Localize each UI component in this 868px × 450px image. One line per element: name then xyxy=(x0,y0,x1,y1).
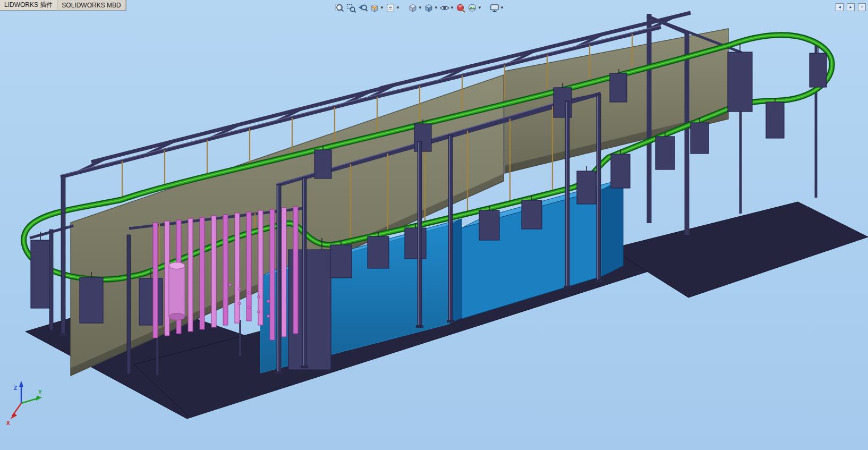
x-axis-label: X xyxy=(6,420,10,426)
dropdown-arrow-icon[interactable]: ▼ xyxy=(500,2,504,14)
hide-show-items-button[interactable]: ▼ xyxy=(439,2,455,14)
y-axis xyxy=(21,398,37,403)
z-arrowhead xyxy=(19,381,23,387)
view-orientation-button[interactable]: ▼ xyxy=(407,2,423,14)
reference-triad: Z Y X xyxy=(5,378,47,426)
annotation-views-button[interactable]: ▼ xyxy=(385,2,401,14)
apply-scene-icon xyxy=(467,3,478,13)
zoom-to-area-icon xyxy=(346,3,356,13)
tab-solidworks-mbd[interactable]: SOLIDWORKS MBD xyxy=(57,0,125,10)
x-axis xyxy=(12,403,21,416)
hide-show-items-icon xyxy=(439,3,450,13)
dropdown-arrow-icon[interactable]: ▼ xyxy=(434,2,438,14)
previous-view-button[interactable] xyxy=(357,2,369,14)
view-settings-button[interactable]: ▼ xyxy=(489,2,505,14)
zoom-to-fit-button[interactable] xyxy=(334,2,345,14)
display-style-icon xyxy=(423,3,434,13)
section-view-button[interactable]: ▼ xyxy=(369,2,385,14)
tab-label: LIDWORKS 插件 xyxy=(4,1,53,10)
dropdown-arrow-icon[interactable]: ▼ xyxy=(380,2,384,14)
tab-solidworks-addins[interactable]: LIDWORKS 插件 xyxy=(0,0,57,10)
z-axis-label: Z xyxy=(14,385,17,391)
pane-controls: ◂ ▸ ▫ xyxy=(836,3,866,11)
section-view-icon xyxy=(369,3,380,13)
annotation-views-icon xyxy=(385,3,396,13)
previous-view-icon xyxy=(358,3,368,13)
y-axis-label: Y xyxy=(38,389,42,395)
collapse-right-button[interactable]: ▸ xyxy=(847,3,855,11)
viewport-3d-scene[interactable] xyxy=(0,0,868,450)
zoom-to-fit-icon xyxy=(334,3,345,13)
collapse-left-button[interactable]: ◂ xyxy=(836,3,844,11)
pink-barrel xyxy=(169,262,185,320)
dropdown-arrow-icon[interactable]: ▼ xyxy=(450,2,454,14)
pane-toggle-button[interactable]: ▫ xyxy=(858,3,866,11)
edit-appearance-button[interactable] xyxy=(455,2,466,14)
zoom-to-area-button[interactable] xyxy=(345,2,357,14)
dropdown-arrow-icon[interactable]: ▼ xyxy=(396,2,400,14)
y-arrowhead xyxy=(36,396,42,401)
apply-scene-button[interactable]: ▼ xyxy=(466,2,482,14)
solidworks-window: LIDWORKS 插件 SOLIDWORKS MBD xyxy=(0,0,868,450)
edit-appearance-icon xyxy=(455,3,466,13)
dropdown-arrow-icon[interactable]: ▼ xyxy=(418,2,422,14)
view-settings-icon xyxy=(489,3,500,13)
tab-label: SOLIDWORKS MBD xyxy=(62,2,121,9)
view-orientation-icon xyxy=(407,3,418,13)
heads-up-view-toolbar: ▼ ▼ ▼ ▼ xyxy=(334,2,505,14)
display-style-button[interactable]: ▼ xyxy=(423,2,439,14)
dropdown-arrow-icon[interactable]: ▼ xyxy=(478,2,482,14)
commandmanager-tab-strip: LIDWORKS 插件 SOLIDWORKS MBD xyxy=(0,0,126,11)
